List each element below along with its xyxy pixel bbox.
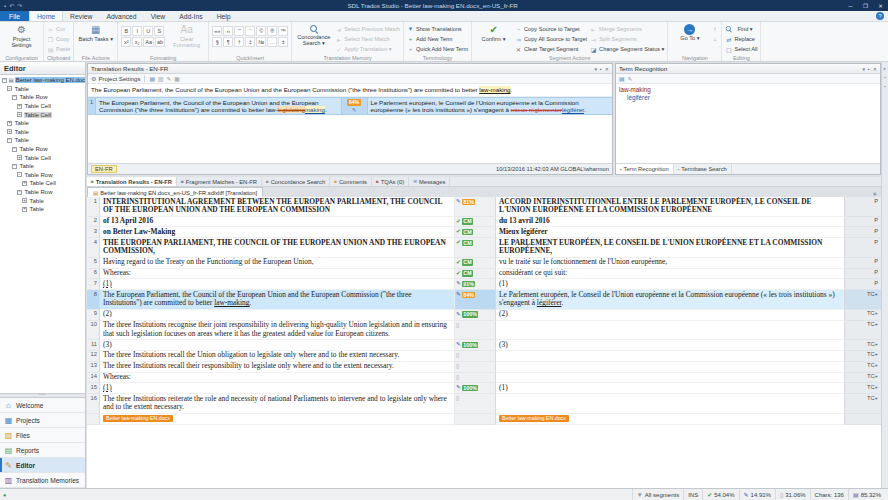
tab-fragment-matches-en-fr[interactable]: ■Fragment Matches - EN-FR	[177, 177, 262, 186]
collapse-icon[interactable]: −	[17, 172, 22, 177]
tree-item[interactable]: −Table Row	[0, 145, 85, 154]
target-cell[interactable]: du 13 avril 2016	[496, 217, 845, 228]
symbol-button[interactable]: Aa	[143, 37, 154, 47]
symbol-button[interactable]: S	[154, 26, 164, 36]
tab-add-ins[interactable]: Add-Ins	[172, 11, 209, 21]
target-cell[interactable]: vu le traité sur le fonctionnement de l'…	[496, 258, 845, 269]
symbol-button[interactable]: x²	[121, 37, 131, 47]
term-entry[interactable]: law-making	[619, 86, 877, 94]
document-tab[interactable]: ▤ Better law-making EN.docx_en-US_fr-FR.…	[87, 187, 263, 197]
tree-item[interactable]: +Table Cell	[0, 110, 85, 119]
tree-item[interactable]: −Table Row	[0, 93, 85, 102]
target-cell[interactable]: Le Parlement européen, le Conseil de l'U…	[496, 290, 845, 310]
source-cell[interactable]: (3)	[100, 340, 455, 351]
split-segments-button[interactable]: ⇥Split Segments	[590, 35, 664, 44]
tab-tqas-0[interactable]: ■TQAs (0)	[372, 177, 409, 186]
app-icon[interactable]: ▪	[4, 3, 6, 9]
copy-button[interactable]: ❐Copy	[47, 35, 70, 44]
expand-icon[interactable]: +	[17, 112, 22, 117]
target-cell[interactable]: (1)	[496, 279, 845, 290]
tab-concordance-search[interactable]: ■Concordance Search	[262, 177, 330, 186]
results-view-icon[interactable]: ▤	[149, 76, 154, 82]
change-segment-status-button[interactable]: ◪Change Segment Status ▾	[590, 45, 664, 54]
expand-icon[interactable]: +	[7, 129, 12, 134]
help-icon[interactable]: ?	[876, 12, 884, 20]
nav-item-files[interactable]: ▨Files	[0, 428, 85, 443]
confirm-button[interactable]: ✔Confirm ▾	[475, 23, 512, 54]
tree-item[interactable]: +Table Cell	[0, 179, 85, 188]
symbol-button[interactable]: «»	[212, 26, 222, 36]
maximize-button[interactable]: ❐	[858, 0, 873, 11]
status-ins[interactable]: INS	[683, 489, 702, 500]
insert-term-icon[interactable]: ✎	[627, 76, 632, 82]
target-cell[interactable]: ACCORD INTERINSTITUTIONNEL ENTRE LE PARL…	[496, 197, 845, 217]
target-cell[interactable]: considérant ce qui suit:	[496, 269, 845, 280]
expand-icon[interactable]: +	[22, 181, 27, 186]
target-cell[interactable]	[496, 362, 845, 373]
status-31-06[interactable]: ▯31.06%	[775, 489, 810, 500]
tree-item[interactable]: +Table	[0, 119, 85, 128]
target-cell[interactable]: LE PARLEMENT EUROPÉEN, LE CONSEIL DE L'U…	[496, 238, 845, 258]
find-button[interactable]: Find ▾	[725, 25, 757, 34]
tab-help[interactable]: Help	[210, 11, 238, 21]
source-cell[interactable]: Whereas:	[100, 373, 455, 384]
source-cell[interactable]: The three Institutions recall the Union …	[100, 351, 455, 362]
go-to-button[interactable]: Go To ▾	[671, 23, 708, 53]
symbol-button[interactable]: ab	[155, 37, 165, 47]
status-14-91[interactable]: ✎14.91%	[739, 489, 775, 500]
symbol-button[interactable]: ¶	[223, 37, 233, 47]
tm-settings-icon[interactable]: ▦	[174, 76, 179, 82]
collapse-icon[interactable]: −	[2, 78, 7, 83]
source-cell[interactable]: THE EUROPEAN PARLIAMENT, THE COUNCIL OF …	[100, 238, 455, 258]
autohide-panel-3-icon[interactable]: ▪	[884, 84, 886, 89]
add-new-term-button[interactable]: +Add New Term	[407, 35, 468, 44]
source-cell[interactable]: (1)	[100, 383, 455, 394]
tree-item[interactable]: −Table Row	[0, 171, 85, 180]
nav-item-welcome[interactable]: ⌂Welcome	[0, 398, 85, 413]
tab-translation-results-en-fr[interactable]: ■Translation Results - EN-FR	[87, 177, 177, 186]
tab-advanced[interactable]: Advanced	[99, 11, 143, 21]
symbol-button[interactable]: †	[234, 37, 244, 47]
copy-source-to-target-button[interactable]: →Copy Source to Target	[515, 25, 587, 34]
tree-item[interactable]: +Table	[0, 196, 85, 205]
merge-segments-button[interactable]: ⇤Merge Segments	[590, 25, 664, 34]
close-icon[interactable]: ✕	[605, 66, 609, 72]
symbol-button[interactable]: ®	[267, 26, 277, 36]
show-translations-button[interactable]: ▼Show Translations	[407, 25, 468, 34]
symbol-button[interactable]: B	[121, 26, 131, 36]
apply-translation-button[interactable]: ✓Apply Translation ▾	[335, 45, 400, 54]
autohide-panel-1-icon[interactable]: ▸	[884, 66, 886, 71]
symbol-button[interactable]: ™	[278, 26, 288, 36]
symbol-button[interactable]: ‡	[245, 37, 255, 47]
source-cell[interactable]: INTERINSTITUTIONAL AGREEMENT BETWEEN THE…	[100, 197, 455, 217]
tree-item[interactable]: +Table	[0, 205, 85, 214]
tree-item[interactable]: +Table Cell	[0, 102, 85, 111]
cut-button[interactable]: ✂Cut	[47, 25, 70, 34]
symbol-button[interactable]: ©	[256, 26, 266, 36]
symbol-button[interactable]: §	[212, 37, 222, 47]
replace-button[interactable]: ⇄Replace	[725, 35, 757, 44]
panel-menu-icon[interactable]: ▾	[863, 66, 866, 72]
tab-messages[interactable]: ✉Messages	[409, 177, 450, 186]
target-cell[interactable]: (3)	[496, 340, 845, 351]
quick-add-new-term-button[interactable]: +Quick Add New Term	[407, 45, 468, 54]
source-cell[interactable]: Having regard to the Treaty on the Funct…	[100, 258, 455, 269]
close-button[interactable]: ✕	[873, 0, 888, 11]
autohide-panel-2-icon[interactable]: ▪	[884, 75, 886, 80]
select-previous-match-button[interactable]: ◂Select Previous Match	[335, 25, 400, 34]
minimize-button[interactable]: ─	[843, 0, 858, 11]
nav-item-reports[interactable]: ▤Reports	[0, 443, 85, 458]
tree-item[interactable]: −Table	[0, 85, 85, 94]
symbol-button[interactable]: …	[267, 37, 277, 47]
collapse-icon[interactable]: −	[12, 164, 17, 169]
pin-icon[interactable]: ▪	[868, 66, 870, 72]
symbol-button[interactable]: U	[143, 26, 153, 36]
expand-icon[interactable]: +	[17, 155, 22, 160]
undo-icon[interactable]: ↶	[9, 2, 14, 9]
tab-termbase-search[interactable]: ▪Termbase Search	[674, 164, 732, 174]
batch-tasks-button[interactable]: ▦Batch Tasks ▾	[77, 23, 114, 53]
symbol-button[interactable]: ‹›	[223, 26, 233, 36]
insert-translation-icon[interactable]: ▥	[158, 76, 163, 82]
symbol-button[interactable]: x₂	[132, 37, 142, 47]
target-cell[interactable]	[496, 321, 845, 341]
